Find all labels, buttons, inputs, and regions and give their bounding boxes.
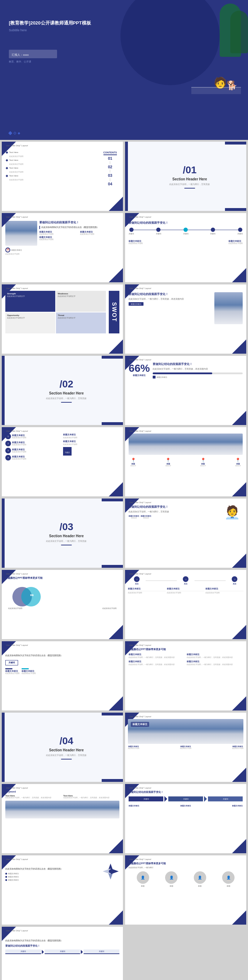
slide-22: Use "Title Only" Layout " 此处添加有限制为文字的文字的… bbox=[2, 855, 123, 925]
slide-1-title: 🧑 🐕 [教育教学]2020公开课教师通用PPT模板 Subtitle here… bbox=[0, 0, 248, 140]
slide5-title: 要做到让结论的段落跟乎变化！ bbox=[129, 221, 243, 225]
slide-10: Use "Title Only" Layout 1 标题文本标注 此处添加文字说… bbox=[2, 427, 123, 497]
slide4-title: 要做到让结论的段落跟乎变化！ bbox=[39, 221, 119, 224]
slide-16: Use "Title Only" Layout " 此处添加有限制为文字的文字的… bbox=[2, 641, 123, 711]
slide8-section-num: /02 bbox=[46, 379, 87, 390]
slide-2-contents: Use "Title Only" Layout Text Here 此处添加文字… bbox=[2, 141, 123, 211]
slide1-title: [教育教学]2020公开课教师通用PPT模板 bbox=[9, 19, 91, 27]
slide-9: Use "Title Only" Layout 66% 标题文本标注 要做到让结… bbox=[125, 355, 246, 425]
slide-7: Use "Title Only" Layout 要做到让结论的段落跟乎变化！ 此… bbox=[125, 284, 246, 354]
slide-12-section03: /03 Section Header Here 此处添加文字说明，一般为两行，言… bbox=[2, 498, 123, 568]
slide-18-section04: /04 Section Header Here 此处添加文字说明，一般为两行，言… bbox=[2, 712, 123, 782]
slide3-section-title: Section Header Here bbox=[169, 177, 210, 181]
slide1-tags: 教育、教学、公开课 bbox=[9, 60, 57, 64]
slide-5: Use "Title Only" Layout 要做到让结论的段落跟乎变化！ 关… bbox=[125, 213, 246, 283]
slide-8-section02: /02 Section Header Here 此处添加文字说明，一般为两行，言… bbox=[2, 355, 123, 425]
slide3-body-text: 此处添加文字说明，一般为两行，言简意赅 bbox=[169, 183, 210, 186]
slide2-layout-label: Use "Title Only" Layout bbox=[6, 145, 28, 146]
slide-19: Use "Title Only" Layout 标题文本标注 标题文本标注 此处… bbox=[125, 712, 246, 782]
slide-17: Use "Title Only" Layout 主题颜色让PPT图标带来更多可能… bbox=[125, 641, 246, 711]
slide3-section-num: /01 bbox=[169, 164, 210, 176]
slide-13: Use "Title Only" Layout 要做到让结论的段落跟乎变化！ 此… bbox=[125, 498, 246, 568]
slide-4: Use "Title Only" Layout ⏰ 标题文本标注 此处添加文字说… bbox=[2, 213, 123, 283]
slide-20: Use "Title Only" Layout Keyword Text Her… bbox=[2, 784, 123, 854]
slide-14: Use "Title Only" Layout 主题颜色让PPT图标带来更多可能… bbox=[2, 570, 123, 640]
slide-15: Use "Title Only" Layout ☆ 关注 ☆ 关注 ☆ 关注 bbox=[125, 570, 246, 640]
slide1-subtitle: Subtitle here bbox=[9, 29, 91, 32]
slide-3-section01: /01 Section Header Here 此处添加文字说明，一般为两行，言… bbox=[125, 141, 246, 211]
slide2-contents-title: CONTENTS bbox=[103, 151, 117, 155]
slide-6-swot: Use "Title Only" Layout Strength 此处添加文字说… bbox=[2, 284, 123, 354]
slide-23: Use "Title Only" Layout 主题颜色让PPT图标带来更多可能… bbox=[125, 855, 246, 925]
slide-21: Use "Title Only" Layout 要做到让结论的段落跟乎变化！ 关… bbox=[125, 784, 246, 854]
slide4-quote: 此处添加有限制为文字的文字的话语以点击（覆盖范围范围） bbox=[39, 226, 119, 229]
slide1-author: 汇报人：xxxx bbox=[12, 53, 29, 56]
slide-11: Use "Title Only" Layout 📍 标题 添加文字 📍 标题 添… bbox=[125, 427, 246, 497]
slide-24: Use "Title Only" Layout " 此处添加有限制为文字的文字的… bbox=[2, 926, 123, 980]
slide9-percent: 66% bbox=[129, 362, 150, 374]
